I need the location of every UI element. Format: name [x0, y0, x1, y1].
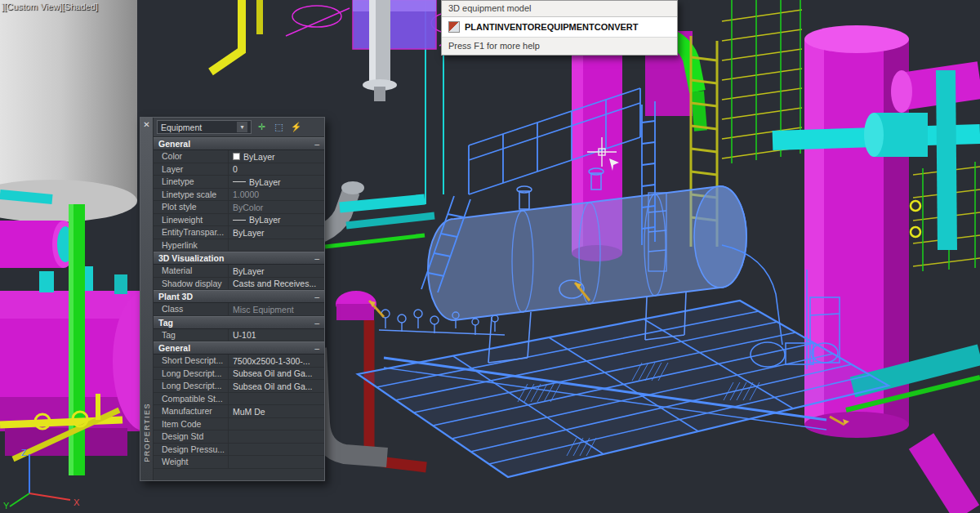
property-value[interactable]: U-101 [229, 329, 324, 341]
section-title: 3D Visualization [158, 253, 224, 263]
ucs-x-label: X [74, 497, 80, 507]
property-label: Design Pressu... [154, 444, 229, 456]
property-label: Linetype scale [154, 189, 229, 201]
object-type-value: Equipment [161, 123, 202, 132]
property-value[interactable]: ByLayer [229, 176, 324, 188]
viewport-controls-label[interactable]: ][Custom View][Shaded] [2, 2, 98, 11]
collapse-icon[interactable]: – [314, 343, 319, 353]
property-row: TagU-101 [154, 329, 324, 342]
property-value[interactable]: ByLayer [229, 265, 324, 277]
linetype-sample [233, 220, 246, 221]
property-value[interactable] [229, 239, 324, 252]
tooltip-help-text: Press F1 for more help [442, 38, 677, 55]
property-value[interactable]: ByLayer [229, 150, 324, 163]
section-header[interactable]: General– [154, 137, 324, 150]
purple-equipment-box[interactable] [353, 0, 436, 49]
property-row: LineweightByLayer [154, 214, 324, 227]
close-icon[interactable]: ✕ [143, 119, 149, 130]
property-row: Short Descript...7500x2500-1-300-... [154, 355, 324, 368]
property-label: Long Descript... [154, 380, 229, 392]
property-label: Hyperlink [154, 239, 229, 252]
property-row: Long Descript...Subsea Oil and Ga... [154, 368, 324, 381]
property-label: Class [154, 303, 229, 315]
section-header[interactable]: 3D Visualization– [154, 252, 324, 265]
tooltip-command-row[interactable]: PLANTINVENTOREQUIPMENTCONVERT [442, 17, 677, 38]
property-label: Manufacturer [154, 405, 229, 417]
property-row: Long Descript...Subsea Oil and Ga... [154, 380, 324, 393]
property-label: Linetype [154, 176, 229, 188]
property-value-text: ByLayer [233, 228, 265, 238]
command-tooltip: 3D equipment model PLANTINVENTOREQUIPMEN… [441, 0, 678, 56]
gray-vessel[interactable] [0, 0, 137, 222]
property-label: Color [154, 150, 229, 163]
ucs-icon[interactable]: Z Y X [2, 446, 83, 511]
property-row: EntityTranspar...ByLayer [154, 226, 324, 239]
object-type-dropdown[interactable]: Equipment ▾ [157, 120, 252, 134]
property-row: Item Code [154, 418, 324, 431]
property-value[interactable] [229, 444, 324, 456]
property-value[interactable] [229, 393, 324, 405]
collapse-icon[interactable]: – [314, 292, 319, 301]
magenta-pump[interactable] [336, 291, 376, 320]
pickadd-toggle-icon[interactable]: ✛ [255, 120, 269, 134]
property-row: LinetypeByLayer [154, 176, 324, 189]
cyan-pipe[interactable] [0, 194, 52, 199]
magenta-vessel-small[interactable] [0, 221, 75, 268]
property-value[interactable]: Casts and Receives... [229, 278, 324, 290]
section-header[interactable]: General– [154, 341, 324, 355]
palette-header: Equipment ▾ ✛ ⬚ ⚡ [154, 118, 324, 137]
property-value[interactable]: Misc Equipment [229, 303, 324, 315]
color-swatch [233, 153, 240, 160]
property-value-text: ByLayer [233, 266, 265, 276]
property-value[interactable] [229, 418, 324, 430]
property-value-text: ByColor [233, 203, 263, 212]
property-value[interactable]: ByColor [229, 201, 324, 213]
property-value-text: 0 [233, 164, 238, 174]
quick-select-icon[interactable]: ⚡ [289, 120, 303, 134]
property-value-text: ByLayer [249, 215, 281, 225]
application-window: ][Custom View][Shaded] 3D equipment mode… [0, 0, 980, 513]
property-value[interactable]: Subsea Oil and Ga... [229, 380, 324, 392]
property-row: ManufacturerMuM De [154, 405, 324, 418]
property-label: Short Descript... [154, 355, 229, 367]
property-value-text: U-101 [233, 330, 256, 340]
property-row: ColorByLayer [154, 150, 324, 163]
property-value[interactable]: 0 [229, 163, 324, 176]
property-label: Weight [154, 456, 229, 468]
property-value-text: 7500x2500-1-300-... [233, 356, 310, 366]
property-row: Hyperlink [154, 239, 324, 252]
property-value-text: 1.0000 [233, 190, 259, 199]
property-value[interactable]: 1.0000 [229, 189, 324, 201]
section-header[interactable]: Tag– [154, 316, 324, 329]
property-value[interactable]: MuM De [229, 405, 324, 417]
palette-title: PROPERTIES [143, 403, 151, 462]
command-icon [448, 21, 460, 33]
section-header[interactable]: Plant 3D– [154, 290, 324, 303]
property-value[interactable] [229, 430, 324, 443]
collapse-icon[interactable]: – [314, 253, 319, 263]
property-label: Long Descript... [154, 368, 229, 380]
select-objects-icon[interactable]: ⬚ [272, 120, 286, 134]
property-label: Lineweight [154, 214, 229, 226]
property-row: Layer0 [154, 163, 324, 176]
property-value[interactable]: ByLayer [229, 214, 324, 226]
property-row: Plot styleByColor [154, 201, 324, 214]
property-label: Material [154, 265, 229, 277]
property-value[interactable] [229, 456, 324, 468]
collapse-icon[interactable]: – [314, 139, 319, 149]
property-value[interactable]: Subsea Oil and Ga... [229, 368, 324, 380]
property-value[interactable]: 7500x2500-1-300-... [229, 355, 324, 367]
palette-main: Equipment ▾ ✛ ⬚ ⚡ General–ColorByLayerLa… [154, 118, 324, 480]
property-row: Weight [154, 456, 324, 469]
tooltip-command-text: PLANTINVENTOREQUIPMENTCONVERT [465, 22, 638, 32]
section-title: General [158, 139, 190, 149]
property-value-text: ByLayer [249, 177, 281, 187]
palette-titlebar[interactable]: ✕ PROPERTIES [140, 118, 154, 480]
property-value[interactable]: ByLayer [229, 226, 324, 239]
property-label: Compatible St... [154, 393, 229, 405]
linetype-sample [233, 181, 246, 182]
property-value-text: MuM De [233, 407, 265, 417]
collapse-icon[interactable]: – [314, 318, 319, 328]
property-value-text: Misc Equipment [233, 305, 294, 314]
chevron-down-icon[interactable]: ▾ [237, 122, 247, 132]
